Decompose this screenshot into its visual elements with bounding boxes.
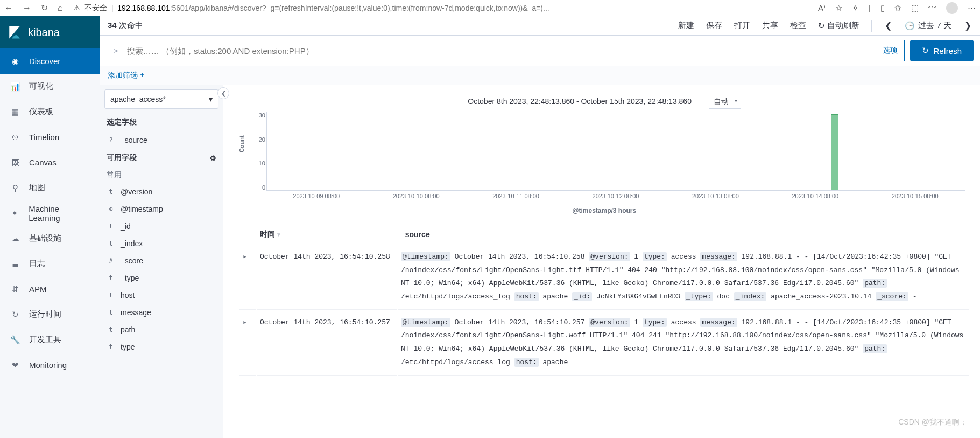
- new-button[interactable]: 新建: [678, 20, 694, 31]
- open-button[interactable]: 打开: [734, 20, 750, 31]
- heartbeat-icon[interactable]: 〰: [928, 3, 936, 12]
- filter-bar: 添加筛选 +: [100, 66, 980, 85]
- nav-item-timelion[interactable]: ⏲Timelion: [0, 124, 100, 150]
- dashboard-icon: ▦: [10, 107, 20, 117]
- field-message[interactable]: tmessage: [100, 304, 223, 321]
- extensions-icon[interactable]: ✧: [852, 3, 859, 13]
- brand-name: kibana: [28, 26, 60, 39]
- ml-icon: ✦: [10, 208, 20, 218]
- maps-icon: ⚲: [10, 183, 20, 193]
- fields-sidebar: apache_access* ▾ 选定字段 ? _source 可用字段 ⚙ 常…: [100, 85, 223, 438]
- address-bar[interactable]: ⚠ 不安全 | 192.168.88.101:5601/app/kibana#/…: [70, 3, 810, 13]
- query-options-link[interactable]: 选项: [883, 46, 898, 55]
- histogram-header: October 8th 2023, 22:48:13.860 - October…: [238, 89, 970, 112]
- hit-count: 34 次命中: [108, 20, 143, 31]
- nav-item-uptime[interactable]: ↻运行时间: [0, 302, 100, 327]
- time-column-header[interactable]: 时间▼: [257, 225, 397, 244]
- nav-item-logs[interactable]: ≣日志: [0, 251, 100, 276]
- selected-fields-header: 选定字段: [100, 113, 223, 131]
- clock-icon: 🕒: [905, 21, 915, 31]
- field-source[interactable]: ? _source: [100, 131, 223, 149]
- table-row: ▸October 14th 2023, 16:54:10.258@timesta…: [239, 245, 969, 310]
- nav-item-devtools[interactable]: 🔧开发工具: [0, 327, 100, 352]
- nav-item-discover[interactable]: ◉Discover: [0, 48, 100, 74]
- collapse-sidebar-icon[interactable]: ❮: [217, 87, 229, 99]
- field-host[interactable]: thost: [100, 287, 223, 304]
- y-axis-ticks: 3020100: [252, 112, 265, 191]
- monitoring-icon: ❤: [10, 360, 20, 370]
- field-index[interactable]: t_index: [100, 235, 223, 252]
- field-version[interactable]: t@version: [100, 183, 223, 200]
- chevron-down-icon: ▾: [209, 95, 213, 103]
- field-type[interactable]: ttype: [100, 338, 223, 356]
- nav-item-dashboard[interactable]: ▦仪表板: [0, 99, 100, 124]
- favorites-bar-icon[interactable]: ✩: [894, 3, 901, 13]
- reload-icon[interactable]: ↻: [41, 3, 48, 13]
- field-id[interactable]: t_id: [100, 218, 223, 235]
- time-range-label: October 8th 2023, 22:48:13.860 - October…: [468, 97, 701, 106]
- nav-item-canvas[interactable]: 🖼Canvas: [0, 150, 100, 175]
- canvas-icon: 🖼: [10, 158, 20, 167]
- refresh-button[interactable]: ↻ Refresh: [910, 40, 974, 61]
- nav-item-maps[interactable]: ⚲地图: [0, 175, 100, 200]
- nav-item-monitoring[interactable]: ❤Monitoring: [0, 352, 100, 378]
- logs-icon: ≣: [10, 259, 20, 269]
- search-input[interactable]: [127, 46, 883, 55]
- doc-time: October 14th 2023, 16:54:10.258: [257, 245, 397, 310]
- histogram-bar[interactable]: [831, 114, 838, 190]
- kibana-logo-icon: [8, 25, 22, 39]
- share-button[interactable]: 共享: [762, 20, 778, 31]
- field-type[interactable]: t_type: [100, 269, 223, 287]
- source-column-header[interactable]: _source: [398, 225, 969, 244]
- field-timestamp[interactable]: ⊙@timestamp: [100, 200, 223, 218]
- time-prev-icon[interactable]: ❮: [884, 20, 893, 31]
- discover-icon: ◉: [10, 57, 20, 66]
- auto-refresh-button[interactable]: ↻自动刷新: [818, 20, 859, 31]
- save-button[interactable]: 保存: [706, 20, 722, 31]
- insecure-icon: ⚠: [74, 4, 80, 12]
- doc-time: October 14th 2023, 16:54:10.257: [257, 311, 397, 376]
- interval-select[interactable]: 自动: [709, 95, 741, 109]
- read-aloud-icon[interactable]: A⁾: [818, 3, 826, 13]
- infra-icon: ☁: [10, 234, 20, 244]
- histogram-chart[interactable]: Count 3020100 2023-10-09 08:002023-10-10…: [266, 112, 965, 204]
- sort-desc-icon: ▼: [276, 232, 281, 238]
- prompt-icon: >_: [114, 46, 123, 55]
- apm-icon: ⇵: [10, 284, 20, 294]
- time-picker[interactable]: 🕒过去 7 天: [905, 20, 951, 31]
- favorite-icon[interactable]: ☆: [835, 3, 842, 13]
- doc-source: @timestamp: October 14th 2023, 16:54:10.…: [398, 245, 969, 310]
- add-filter-button[interactable]: 添加筛选 +: [108, 71, 144, 79]
- x-axis-label: @timestamp/3 hours: [238, 207, 970, 214]
- query-bar[interactable]: >_ 选项: [107, 40, 905, 61]
- expand-row-icon[interactable]: ▸: [239, 245, 256, 310]
- doc-source: @timestamp: October 14th 2023, 16:54:10.…: [398, 311, 969, 376]
- more-icon[interactable]: ⋯: [968, 3, 976, 13]
- y-axis-label: Count: [238, 135, 245, 152]
- collections-icon[interactable]: ▯: [880, 3, 885, 13]
- common-fields-label: 常用: [100, 167, 223, 183]
- field-path[interactable]: tpath: [100, 321, 223, 338]
- forward-icon[interactable]: →: [23, 3, 31, 13]
- time-next-icon[interactable]: ❯: [963, 20, 972, 31]
- profile-avatar-icon[interactable]: [946, 2, 958, 14]
- timelion-icon: ⏲: [10, 133, 20, 142]
- nav-item-infra[interactable]: ☁基础设施: [0, 226, 100, 251]
- devtools-icon: 🔧: [10, 335, 20, 345]
- inspect-button[interactable]: 检查: [790, 20, 806, 31]
- refresh-icon: ↻: [818, 21, 825, 31]
- visualize-icon: 📊: [10, 82, 20, 92]
- nav-item-apm[interactable]: ⇵APM: [0, 276, 100, 302]
- home-icon[interactable]: ⌂: [58, 3, 63, 13]
- left-navigation: kibana ◉Discover📊可视化▦仪表板⏲Timelion🖼Canvas…: [0, 16, 100, 438]
- app-icon[interactable]: ⬚: [911, 3, 919, 13]
- brand-header[interactable]: kibana: [0, 16, 100, 48]
- field-score[interactable]: #_score: [100, 252, 223, 269]
- nav-item-ml[interactable]: ✦Machine Learning: [0, 200, 100, 226]
- index-pattern-select[interactable]: apache_access* ▾: [104, 89, 218, 109]
- gear-icon[interactable]: ⚙: [210, 154, 216, 162]
- nav-item-visualize[interactable]: 📊可视化: [0, 74, 100, 99]
- table-row: ▸October 14th 2023, 16:54:10.257@timesta…: [239, 311, 969, 376]
- expand-row-icon[interactable]: ▸: [239, 311, 256, 376]
- back-icon[interactable]: ←: [4, 3, 13, 13]
